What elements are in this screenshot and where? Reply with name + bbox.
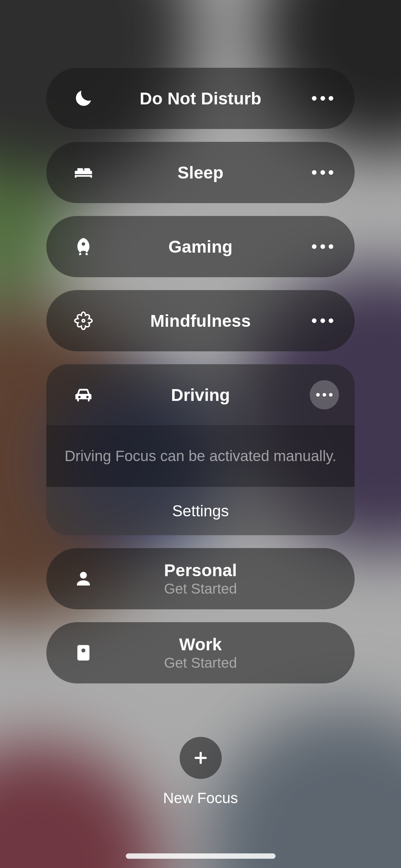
person-icon (69, 564, 98, 593)
more-button[interactable] (312, 170, 333, 175)
home-indicator[interactable] (126, 853, 276, 859)
footer: New Focus (0, 737, 401, 807)
focus-item-sleep[interactable]: Sleep (46, 142, 355, 203)
focus-list: Do Not Disturb Sleep Gaming Mindfulness … (0, 68, 401, 683)
add-focus-button[interactable] (180, 737, 222, 779)
plus-icon (193, 750, 208, 765)
more-button[interactable] (312, 244, 333, 249)
flower-icon (69, 306, 98, 335)
rocket-icon (69, 232, 98, 261)
focus-label: Driving (46, 385, 355, 405)
driving-info-text: Driving Focus can be activated manually. (46, 425, 355, 487)
focus-item-personal[interactable]: Personal Get Started (46, 548, 355, 609)
more-button[interactable] (310, 380, 339, 409)
badge-icon (69, 639, 98, 667)
focus-item-gaming[interactable]: Gaming (46, 216, 355, 277)
settings-button[interactable]: Settings (46, 487, 355, 535)
add-focus-label: New Focus (163, 790, 238, 807)
more-button[interactable] (312, 319, 333, 323)
bed-icon (69, 158, 98, 187)
focus-item-mindfulness[interactable]: Mindfulness (46, 290, 355, 351)
moon-icon (69, 84, 98, 113)
focus-item-dnd[interactable]: Do Not Disturb (46, 68, 355, 129)
focus-item-work[interactable]: Work Get Started (46, 622, 355, 683)
more-button[interactable] (312, 96, 333, 101)
focus-item-driving[interactable]: Driving (46, 364, 355, 425)
focus-item-driving-expanded: Driving Driving Focus can be activated m… (46, 364, 355, 535)
